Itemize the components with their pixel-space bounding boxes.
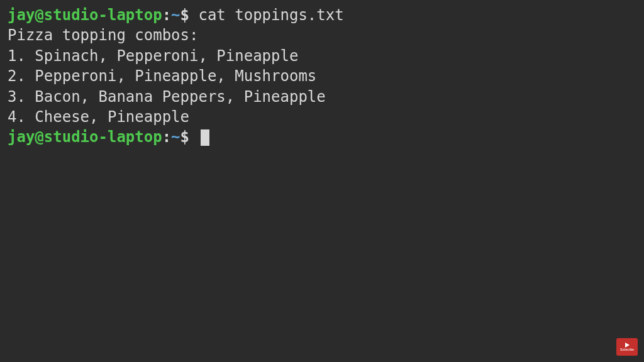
- output-line: 4. Cheese, Pineapple: [8, 107, 636, 127]
- cursor-block-icon: [201, 129, 209, 146]
- command: cat toppings.txt: [198, 6, 343, 24]
- output-line: 3. Bacon, Banana Peppers, Pineapple: [8, 87, 636, 107]
- prompt-line-2[interactable]: jay@studio-laptop:~$: [8, 127, 636, 147]
- output-line: 2. Pepperoni, Pineapple, Mushrooms: [8, 66, 636, 86]
- command-text[interactable]: cat toppings.txt: [189, 6, 344, 24]
- prompt-dollar: $: [180, 128, 189, 146]
- play-icon: [625, 343, 630, 348]
- prompt-dollar: $: [180, 6, 189, 24]
- prompt-colon: :: [162, 6, 171, 24]
- subscribe-label: Subscribe: [620, 348, 634, 351]
- user-host: jay@studio-laptop: [8, 128, 162, 146]
- prompt-colon: :: [162, 128, 171, 146]
- output-header: Pizza topping combos:: [8, 25, 636, 45]
- prompt-line-1: jay@studio-laptop:~$ cat toppings.txt: [8, 5, 636, 25]
- output-line: 1. Spinach, Pepperoni, Pineapple: [8, 46, 636, 66]
- prompt-path: ~: [171, 128, 180, 146]
- subscribe-badge[interactable]: Subscribe: [616, 338, 638, 356]
- prompt-path: ~: [171, 6, 180, 24]
- user-host: jay@studio-laptop: [8, 6, 162, 24]
